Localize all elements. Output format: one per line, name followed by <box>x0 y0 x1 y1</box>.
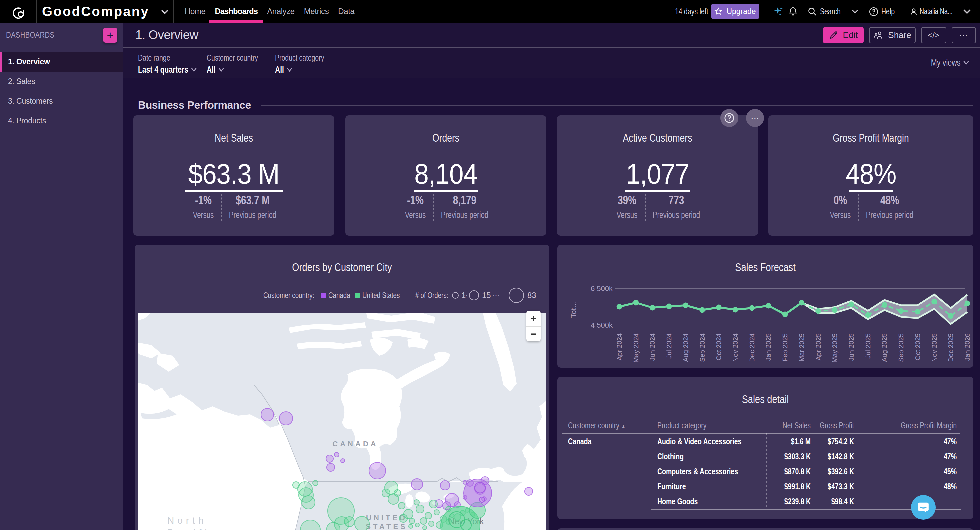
svg-text:Mar 2025: Mar 2025 <box>798 333 805 362</box>
svg-text:CANADA: CANADA <box>332 440 378 448</box>
svg-text:Aug 2024: Aug 2024 <box>682 333 689 362</box>
svg-text:Pacific: Pacific <box>167 527 218 530</box>
svg-text:Jan 2026: Jan 2026 <box>964 333 971 361</box>
svg-text:Nov 2025: Nov 2025 <box>931 333 938 362</box>
svg-text:Aug 2025: Aug 2025 <box>881 333 888 362</box>
svg-text:Jul 2025: Jul 2025 <box>864 333 872 359</box>
svg-text:Sep 2024: Sep 2024 <box>698 333 706 362</box>
svg-text:Dec 2024: Dec 2024 <box>748 333 756 362</box>
svg-text:Jun 2025: Jun 2025 <box>848 333 855 361</box>
svg-text:Jun 2024: Jun 2024 <box>649 333 656 361</box>
svg-text:Dec 2025: Dec 2025 <box>947 333 955 362</box>
svg-text:May 2025: May 2025 <box>831 333 838 363</box>
svg-text:4 500k: 4 500k <box>591 321 613 329</box>
svg-text:Jul 2024: Jul 2024 <box>665 333 673 359</box>
svg-text:Tot…: Tot… <box>570 301 578 318</box>
svg-text:Nov 2024: Nov 2024 <box>732 333 739 362</box>
svg-text:Sep 2025: Sep 2025 <box>897 333 905 362</box>
svg-text:Feb 2025: Feb 2025 <box>781 333 789 362</box>
svg-text:STATES: STATES <box>366 522 408 530</box>
svg-text:Apr 2024: Apr 2024 <box>616 333 623 360</box>
svg-text:Jan 2025: Jan 2025 <box>765 333 772 361</box>
svg-text:Oct 2024: Oct 2024 <box>715 333 722 360</box>
svg-text:Apr 2025: Apr 2025 <box>815 333 822 360</box>
svg-text:6 500k: 6 500k <box>591 284 613 293</box>
svg-text:May 2024: May 2024 <box>632 333 640 363</box>
svg-text:North: North <box>167 515 207 526</box>
svg-text:Oct 2025: Oct 2025 <box>914 333 921 360</box>
